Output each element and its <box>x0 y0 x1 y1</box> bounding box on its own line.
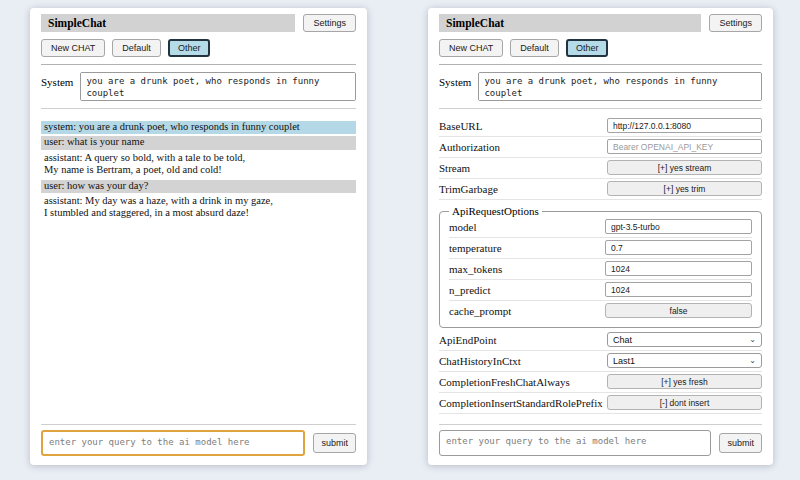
divider <box>41 108 356 109</box>
session-button-other[interactable]: Other <box>566 39 609 57</box>
setting-row-api-endpoint: ApiEndPoint Chat ⌄ <box>439 330 762 351</box>
completion-insert-label: CompletionInsertStandardRolePrefix <box>439 397 603 409</box>
session-buttons: New CHAT Default Other <box>439 39 762 57</box>
authorization-input[interactable] <box>607 139 762 154</box>
stream-label: Stream <box>439 162 470 174</box>
settings-list: BaseURL Authorization Stream [+] yes str… <box>439 116 762 414</box>
stream-toggle-button[interactable]: [+] yes stream <box>607 160 762 175</box>
chat-message-assistant: assistant: My day was a haze, with a dri… <box>41 195 356 221</box>
max-tokens-input[interactable] <box>605 261 752 276</box>
settings-panel: SimpleChat Settings New CHAT Default Oth… <box>428 8 773 465</box>
chat-message-assistant: assistant: A query so bold, with a tale … <box>41 152 356 178</box>
setting-row-model: model <box>449 217 752 238</box>
setting-row-completion-fresh: CompletionFreshChatAlways [+] yes fresh <box>439 372 762 393</box>
setting-row-baseurl: BaseURL <box>439 116 762 137</box>
cache-prompt-label: cache_prompt <box>449 305 511 317</box>
completion-insert-toggle-button[interactable]: [-] dont insert <box>607 395 762 410</box>
n-predict-input[interactable] <box>605 282 752 297</box>
chat-panel: SimpleChat Settings New CHAT Default Oth… <box>30 8 367 465</box>
chat-history-select[interactable]: Last1 ⌄ <box>607 353 762 368</box>
chat-history-label: ChatHistoryInCtxt <box>439 355 521 367</box>
chevron-down-icon: ⌄ <box>749 336 756 344</box>
divider <box>439 424 762 425</box>
submit-button[interactable]: submit <box>719 433 762 453</box>
title-bar: SimpleChat Settings <box>41 14 356 32</box>
session-button-default[interactable]: Default <box>112 39 161 57</box>
system-prompt-input[interactable]: you are a drunk poet, who responds in fu… <box>80 72 356 101</box>
query-row: submit <box>41 430 356 456</box>
divider <box>41 64 356 65</box>
setting-row-max-tokens: max_tokens <box>449 259 752 280</box>
settings-button[interactable]: Settings <box>709 14 762 32</box>
temperature-input[interactable] <box>605 240 752 255</box>
api-request-options-fieldset: ApiRequestOptions model temperature max_… <box>439 205 762 328</box>
cache-prompt-toggle-button[interactable]: false <box>605 303 752 318</box>
setting-row-cache-prompt: cache_prompt false <box>449 301 752 321</box>
spacer <box>439 414 762 417</box>
divider <box>439 64 762 65</box>
setting-row-completion-insert: CompletionInsertStandardRolePrefix [-] d… <box>439 393 762 414</box>
trimgarbage-toggle-button[interactable]: [+] yes trim <box>607 181 762 196</box>
baseurl-input[interactable] <box>607 118 762 133</box>
app-title: SimpleChat <box>41 14 295 32</box>
session-button-other[interactable]: Other <box>168 39 211 57</box>
chat-history-selected-value: Last1 <box>613 356 635 366</box>
query-input[interactable] <box>439 430 711 456</box>
model-input[interactable] <box>605 219 752 234</box>
divider <box>41 424 356 425</box>
query-input[interactable] <box>41 430 305 456</box>
temperature-label: temperature <box>449 242 502 254</box>
max-tokens-label: max_tokens <box>449 263 502 275</box>
n-predict-label: n_predict <box>449 284 491 296</box>
title-bar: SimpleChat Settings <box>439 14 762 32</box>
session-buttons: New CHAT Default Other <box>41 39 356 57</box>
api-endpoint-label: ApiEndPoint <box>439 334 496 346</box>
chat-message-user: user: how was your day? <box>41 180 356 193</box>
app-title: SimpleChat <box>439 14 701 32</box>
setting-row-temperature: temperature <box>449 238 752 259</box>
setting-row-chat-history: ChatHistoryInCtxt Last1 ⌄ <box>439 351 762 372</box>
baseurl-label: BaseURL <box>439 120 482 132</box>
api-endpoint-select[interactable]: Chat ⌄ <box>607 332 762 347</box>
setting-row-trimgarbage: TrimGarbage [+] yes trim <box>439 179 762 200</box>
setting-row-n-predict: n_predict <box>449 280 752 301</box>
submit-button[interactable]: submit <box>313 433 356 453</box>
chevron-down-icon: ⌄ <box>749 357 756 365</box>
new-chat-button[interactable]: New CHAT <box>41 39 105 57</box>
session-button-default[interactable]: Default <box>510 39 559 57</box>
completion-fresh-toggle-button[interactable]: [+] yes fresh <box>607 374 762 389</box>
divider <box>439 108 762 109</box>
system-prompt-row: System you are a drunk poet, who respond… <box>439 72 762 101</box>
api-request-options-legend: ApiRequestOptions <box>449 205 542 217</box>
trimgarbage-label: TrimGarbage <box>439 183 498 195</box>
setting-row-stream: Stream [+] yes stream <box>439 158 762 179</box>
chat-message-user: user: what is your name <box>41 136 356 149</box>
system-prompt-row: System you are a drunk poet, who respond… <box>41 72 356 101</box>
system-prompt-label: System <box>439 72 471 88</box>
new-chat-button[interactable]: New CHAT <box>439 39 503 57</box>
setting-row-authorization: Authorization <box>439 137 762 158</box>
chat-messages: system: you are a drunk poet, who respon… <box>41 121 356 417</box>
api-endpoint-selected-value: Chat <box>613 335 632 345</box>
authorization-label: Authorization <box>439 141 500 153</box>
completion-fresh-label: CompletionFreshChatAlways <box>439 376 570 388</box>
settings-button[interactable]: Settings <box>303 14 356 32</box>
system-prompt-input[interactable]: you are a drunk poet, who responds in fu… <box>478 72 762 101</box>
system-prompt-label: System <box>41 72 73 88</box>
model-label: model <box>449 221 477 233</box>
chat-message-system: system: you are a drunk poet, who respon… <box>41 121 356 134</box>
query-row: submit <box>439 430 762 456</box>
